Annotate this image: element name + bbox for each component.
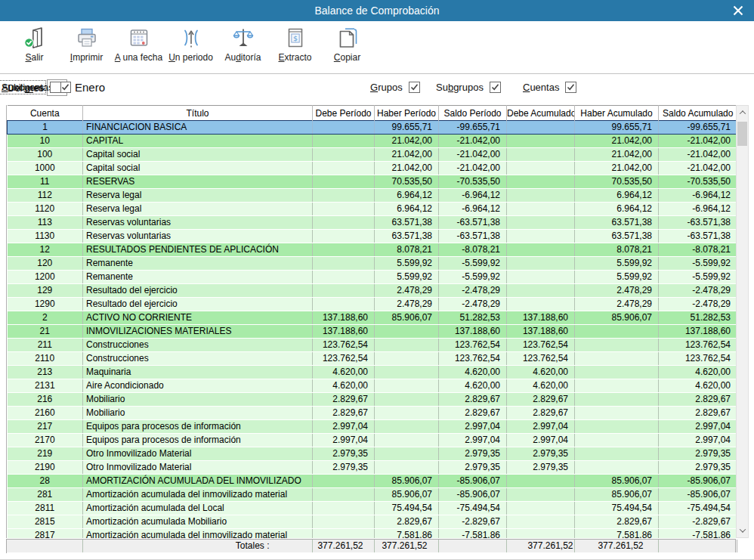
scroll-up-button[interactable] bbox=[737, 107, 748, 119]
cell-hp bbox=[375, 447, 439, 461]
cell-ha: 5.599,92 bbox=[575, 257, 659, 271]
table-row[interactable]: 1290Resultado del ejercicio2.478,29-2.47… bbox=[8, 298, 737, 311]
checkbox-auxiliares-box[interactable] bbox=[50, 82, 61, 93]
cell-ha bbox=[575, 379, 659, 393]
imprimir-button[interactable]: Imprimir bbox=[63, 26, 110, 71]
cell-hp bbox=[375, 379, 439, 393]
table-row[interactable]: 120Remanente5.599,92-5.599,925.599,92-5.… bbox=[8, 257, 737, 271]
table-row[interactable]: 2110Construcciones123.762,54123.762,5412… bbox=[8, 352, 737, 366]
cell-sa: -63.571,38 bbox=[659, 216, 737, 230]
cell-hp bbox=[375, 352, 439, 366]
table-row[interactable]: 211Construcciones123.762,54123.762,54123… bbox=[8, 339, 737, 352]
table-row[interactable]: 10CAPITAL21.042,00-21.042,0021.042,00-21… bbox=[8, 135, 737, 148]
table-row[interactable]: 217Equipos para procesos de información2… bbox=[8, 420, 737, 434]
table-row[interactable]: 2131Aire Acondicionado4.620,004.620,004.… bbox=[8, 379, 737, 393]
a-una-fecha-label: A una fecha bbox=[115, 52, 162, 63]
cell-da: 4.620,00 bbox=[507, 379, 575, 393]
cell-da bbox=[507, 175, 575, 189]
toolbar: SalirImprimirA una fechaUn periodoAudito… bbox=[0, 21, 754, 74]
table-row[interactable]: 100Capital social21.042,00-21.042,0021.0… bbox=[8, 148, 737, 162]
cell-titulo: Amortización acumulada del inmovilizado … bbox=[83, 529, 313, 539]
table-row[interactable]: 2190Otro Inmovilizado Material2.979,352.… bbox=[8, 461, 737, 475]
filter-bar: Del mes Enero GruposSubgruposCuentasSubc… bbox=[0, 74, 754, 104]
cell-titulo: RESERVAS bbox=[83, 175, 313, 189]
cell-cuenta: 2160 bbox=[8, 407, 83, 420]
cell-dp bbox=[313, 189, 375, 203]
cell-dp bbox=[313, 175, 375, 189]
cell-sp: -6.964,12 bbox=[439, 203, 507, 216]
cell-da: 2.829,67 bbox=[507, 407, 575, 420]
cell-sa: -99.655,71 bbox=[659, 121, 737, 135]
cell-hp: 85.906,07 bbox=[375, 311, 439, 325]
table-row[interactable]: 2ACTIVO NO CORRIENTE137.188,6085.906,075… bbox=[8, 311, 737, 325]
table-row[interactable]: 112Reserva legal6.964,12-6.964,126.964,1… bbox=[8, 189, 737, 203]
table-row[interactable]: 1FINANCIACION BASICA99.655,71-99.655,719… bbox=[8, 121, 737, 135]
checkbox-grupos[interactable]: Grupos bbox=[369, 81, 420, 94]
cell-sa: 2.979,35 bbox=[659, 447, 737, 461]
salir-label: Salir bbox=[25, 52, 43, 63]
checkbox-cuentas[interactable]: Cuentas bbox=[521, 81, 576, 94]
extracto-button[interactable]: $Extracto bbox=[271, 26, 319, 71]
cell-ha: 5.599,92 bbox=[575, 271, 659, 284]
table-row[interactable]: 21INMOVILIZACIONES MATERIALES137.188,601… bbox=[8, 325, 737, 339]
cell-dp: 137.188,60 bbox=[313, 325, 375, 339]
table-row[interactable]: 213Maquinaria4.620,004.620,004.620,004.6… bbox=[8, 366, 737, 379]
cell-sa: -63.571,38 bbox=[659, 230, 737, 243]
cell-ha bbox=[575, 420, 659, 434]
table-row[interactable]: 28AMORTIZACIÓN ACUMULADA DEL INMOVILIZAD… bbox=[8, 475, 737, 488]
cell-ha: 7.581,86 bbox=[575, 529, 659, 539]
table-row[interactable]: 129Resultado del ejercicio2.478,29-2.478… bbox=[8, 284, 737, 298]
cell-cuenta: 2190 bbox=[8, 461, 83, 475]
table-row[interactable]: 2160Mobiliario2.829,672.829,672.829,672.… bbox=[8, 407, 737, 420]
table-row[interactable]: 2811Amortización acumulada del Local75.4… bbox=[8, 502, 737, 515]
cell-sa: -2.478,29 bbox=[659, 298, 737, 311]
cell-cuenta: 112 bbox=[8, 189, 83, 203]
copiar-button[interactable]: Copiar bbox=[323, 26, 371, 71]
cell-sa: 2.997,04 bbox=[659, 434, 737, 447]
table-row[interactable]: 2817Amortización acumulada del inmoviliz… bbox=[8, 529, 737, 539]
extracto-label: Extracto bbox=[278, 52, 311, 63]
table-row[interactable]: 1200Remanente5.599,92-5.599,925.599,92-5… bbox=[8, 271, 737, 284]
table-row[interactable]: 113Reservas voluntarias63.571,38-63.571,… bbox=[8, 216, 737, 230]
close-button[interactable] bbox=[730, 4, 746, 17]
scroll-down-button[interactable] bbox=[737, 524, 748, 537]
table-row[interactable]: 1120Reserva legal6.964,12-6.964,126.964,… bbox=[8, 203, 737, 216]
table-row[interactable]: 219Otro Inmovilizado Material2.979,352.9… bbox=[8, 447, 737, 461]
a-una-fecha-button[interactable]: A una fecha bbox=[115, 26, 162, 71]
table-row[interactable]: 2815Amortización acumulada Mobiliario2.8… bbox=[8, 515, 737, 529]
un-periodo-button[interactable]: Un periodo bbox=[167, 26, 215, 71]
auditoria-button[interactable]: Auditoría bbox=[219, 26, 267, 71]
cell-dp bbox=[313, 257, 375, 271]
cell-dp: 2.979,35 bbox=[313, 461, 375, 475]
table-row[interactable]: 1000Capital social21.042,00-21.042,0021.… bbox=[8, 162, 737, 175]
scrollbar-thumb[interactable] bbox=[737, 122, 747, 146]
table-row[interactable]: 11RESERVAS70.535,50-70.535,5070.535,50-7… bbox=[8, 175, 737, 189]
cell-dp: 123.762,54 bbox=[313, 352, 375, 366]
cell-titulo: Otro Inmovilizado Material bbox=[83, 447, 313, 461]
vertical-scrollbar[interactable] bbox=[736, 105, 749, 538]
checkbox-cuentas-box[interactable] bbox=[565, 82, 576, 93]
cell-sp: 2.979,35 bbox=[439, 447, 507, 461]
column-header-2: Debe Período bbox=[313, 106, 375, 121]
checkbox-grupos-box[interactable] bbox=[409, 82, 420, 93]
cell-hp: 5.599,92 bbox=[375, 271, 439, 284]
cell-da bbox=[507, 162, 575, 175]
table-row[interactable]: 2170Equipos para procesos de información… bbox=[8, 434, 737, 447]
checkbox-subgrupos-box[interactable] bbox=[490, 82, 501, 93]
cell-ha: 99.655,71 bbox=[575, 121, 659, 135]
checkbox-auxiliares[interactable]: Auxiliares bbox=[0, 81, 61, 94]
cell-titulo: Resultado del ejercicio bbox=[83, 284, 313, 298]
checkbox-subgrupos[interactable]: Subgrupos bbox=[434, 81, 501, 94]
cell-sa: 4.620,00 bbox=[659, 379, 737, 393]
salir-button[interactable]: Salir bbox=[11, 26, 58, 71]
table-row[interactable]: 1130Reservas voluntarias63.571,38-63.571… bbox=[8, 230, 737, 243]
table-row[interactable]: 216Mobiliario2.829,672.829,672.829,672.8… bbox=[8, 393, 737, 407]
auditoria-label: Auditoría bbox=[224, 52, 261, 63]
cell-hp bbox=[375, 366, 439, 379]
cell-hp bbox=[375, 339, 439, 352]
cell-dp: 4.620,00 bbox=[313, 366, 375, 379]
cell-sa: 2.829,67 bbox=[659, 393, 737, 407]
totals-label: Totales : bbox=[82, 540, 312, 553]
table-row[interactable]: 281Amortización acumulada del inmoviliza… bbox=[8, 488, 737, 502]
table-row[interactable]: 12RESULTADOS PENDIENTES DE APLICACIÓN8.0… bbox=[8, 243, 737, 257]
